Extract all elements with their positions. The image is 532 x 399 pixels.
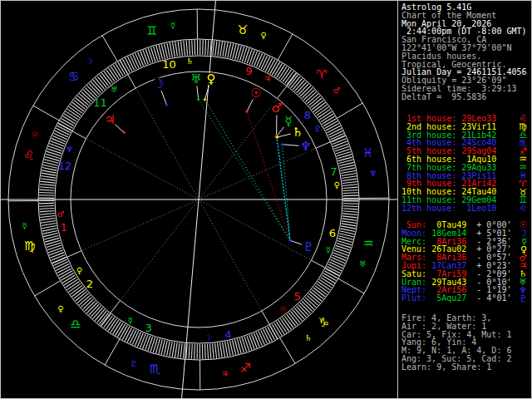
- degree-tick: [140, 51, 146, 65]
- degree-tick: [167, 341, 170, 356]
- sign-boundary-line: [102, 36, 117, 62]
- degree-tick: [204, 344, 205, 359]
- planet-position-list: Sun: 0Tau49 + 0°00'☉Moon: 18Gem14 + 5°01…: [401, 221, 529, 303]
- degree-tick: [328, 264, 342, 271]
- house-number-1: 1: [60, 221, 66, 234]
- degree-tick: [53, 133, 66, 139]
- degree-tick: [52, 138, 66, 144]
- dot-uranus: [197, 98, 200, 101]
- degree-tick: [135, 332, 140, 347]
- house-number-5: 5: [293, 290, 300, 303]
- degree-tick: [145, 336, 150, 350]
- degree-tick: [42, 170, 57, 173]
- dot-venus: [203, 98, 206, 101]
- degree-tick: [42, 226, 57, 229]
- degree-tick: [342, 221, 357, 224]
- degree-tick: [249, 50, 254, 64]
- aspect-line-neptune-pluto: [283, 145, 290, 241]
- degree-tick: [41, 221, 56, 224]
- degree-tick: [256, 332, 262, 347]
- degree-tick: [130, 56, 136, 69]
- degree-tick: [39, 192, 54, 193]
- degree-tick: [342, 179, 357, 180]
- house-cusp-dotted: [199, 200, 262, 311]
- degree-tick: [40, 214, 55, 215]
- degree-tick: [343, 190, 358, 190]
- planet-position: 5Aqu27: [426, 294, 466, 303]
- degree-tick: [39, 190, 54, 190]
- degree-tick: [329, 131, 342, 137]
- libra-sign-icon: ♎: [70, 317, 81, 332]
- degree-tick: [247, 49, 252, 63]
- degree-tick: [189, 344, 190, 359]
- element-summary: Fire: 4, Earth: 3,Air : 2, Water: 1Car: …: [401, 314, 529, 372]
- degree-tick: [143, 50, 148, 64]
- taurus-ruler-icon: ♀: [260, 31, 266, 40]
- chart-wheel: ♈♂♉♀♊☿♋☽♌☉♍☿♎♀♏♇♐♃♑♄♒♅♓♆1♂2♀3☿4☽5☉6☿7♀8♇…: [0, 0, 397, 399]
- house-number-11: 11: [93, 96, 107, 109]
- degree-tick: [328, 128, 342, 135]
- cancer-ruler-icon: ☽: [86, 57, 93, 66]
- degree-tick: [145, 49, 150, 63]
- degree-tick: [189, 40, 190, 55]
- house-number-3: 3: [145, 322, 151, 334]
- aspect-line-venus-pluto: [204, 100, 290, 240]
- pisces-sign-icon: ♓: [362, 145, 373, 160]
- jupiter-glyph-icon: ♃: [104, 112, 115, 127]
- degree-tick: [56, 128, 69, 135]
- scorpio-sign-icon: ♏: [149, 362, 160, 377]
- degree-tick: [257, 53, 263, 67]
- degree-tick: [49, 250, 63, 255]
- libra-ruler-icon: ♀: [57, 304, 63, 313]
- chart-area: ♈♂♉♀♊☿♋☽♌☉♍☿♎♀♏♇♐♃♑♄♒♅♓♆1♂2♀3☿4☽5☉6☿7♀8♇…: [0, 0, 397, 399]
- degree-tick: [127, 57, 134, 70]
- moon-glyph-icon: ☽: [153, 76, 164, 91]
- degree-tick: [343, 193, 358, 194]
- degree-tick: [183, 343, 185, 358]
- degree-tick: [42, 173, 57, 175]
- degree-tick: [178, 42, 180, 57]
- degree-tick: [205, 40, 206, 55]
- degree-tick: [167, 43, 170, 58]
- capricorn-sign-icon: ♑: [318, 315, 329, 330]
- degree-tick: [259, 331, 264, 344]
- house-number-10: 10: [162, 58, 176, 71]
- pisces-ruler-icon: ♆: [369, 169, 377, 178]
- degree-tick: [332, 258, 346, 264]
- degree-tick: [264, 329, 270, 342]
- degree-tick: [333, 141, 347, 147]
- uranus-glyph-icon: ♅: [190, 71, 201, 86]
- house-ruler-icon-6: ☿: [326, 245, 331, 254]
- degree-tick: [249, 335, 254, 349]
- degree-tick: [335, 146, 349, 151]
- sign-boundary-line: [278, 34, 293, 60]
- degree-tick: [213, 343, 214, 358]
- degree-tick: [223, 42, 225, 57]
- degree-tick: [252, 51, 258, 65]
- degree-tick: [332, 136, 346, 142]
- degree-tick: [180, 41, 182, 56]
- degree-tick: [220, 42, 223, 57]
- degree-tick: [40, 211, 55, 212]
- house-ruler-icon-11: ♅: [111, 85, 118, 94]
- degree-tick: [172, 42, 175, 57]
- degree-tick: [39, 208, 54, 209]
- degree-tick: [40, 187, 55, 188]
- house-number-2: 2: [86, 278, 93, 290]
- degree-tick: [215, 41, 217, 56]
- degree-tick: [334, 144, 348, 149]
- house-ruler-icon-2: ♀: [76, 266, 82, 275]
- cancer-sign-icon: ♋: [68, 69, 79, 84]
- degree-tick: [48, 146, 62, 151]
- astrolog-window: ♈♂♉♀♊☿♋☽♌☉♍☿♎♀♏♇♐♃♑♄♒♅♓♆1♂2♀3☿4☽5☉6☿7♀8♇…: [0, 0, 532, 399]
- header-line: DeltaT = 95.5836: [401, 93, 529, 101]
- degree-tick: [342, 176, 357, 179]
- pointer-mercury: [277, 127, 284, 136]
- degree-tick: [138, 52, 144, 66]
- degree-tick: [180, 343, 182, 358]
- pointer-uranus: [197, 86, 199, 99]
- degree-tick: [254, 52, 260, 66]
- house-number-4: 4: [224, 328, 231, 341]
- mars-glyph-icon: ♂: [271, 101, 282, 116]
- virgo-ruler-icon: ☿: [22, 221, 27, 230]
